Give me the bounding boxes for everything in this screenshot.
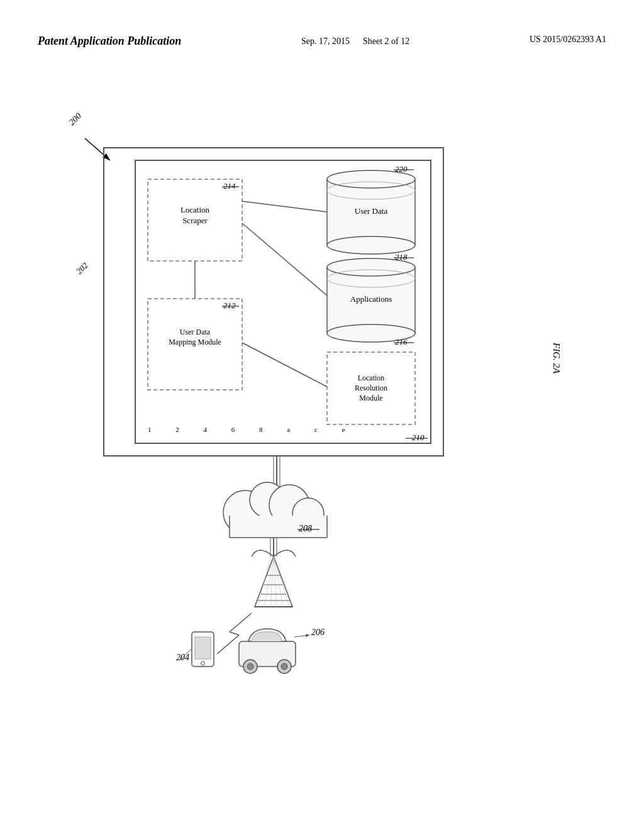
number-row: 1 2 4 6 8 a c e (148, 426, 356, 433)
fig-label: FIG. 2A (552, 342, 562, 374)
ref-200-arrow (85, 138, 110, 160)
ref-216-label: 216 (395, 337, 408, 346)
lightning-3 (217, 635, 239, 654)
ref-200-label: 200 (67, 111, 83, 127)
sheet-info: Sheet 2 of 12 (363, 36, 409, 46)
publication-title: Patent Application Publication (38, 35, 181, 48)
header-center-info: Sep. 17, 2015 Sheet 2 of 12 (301, 35, 409, 48)
mapping-label-1: User Data (180, 328, 211, 336)
ref-220-label: 220 (395, 164, 408, 174)
patent-number: US 2015/0262393 A1 (530, 35, 606, 45)
ref-206-arrow (294, 635, 309, 637)
ref-212-label: 212 (223, 301, 236, 310)
publication-date: Sep. 17, 2015 (301, 36, 350, 46)
resolution-label-3: Module (359, 394, 382, 402)
conn-mapping-resolution (242, 343, 327, 387)
patent-page: Patent Application Publication Sep. 17, … (0, 0, 644, 830)
svg-rect-23 (195, 637, 211, 659)
lightning-2 (230, 632, 239, 635)
svg-line-16 (258, 556, 270, 607)
applications-label: Applications (350, 294, 392, 304)
resolution-label-2: Resolution (355, 384, 387, 392)
page-header: Patent Application Publication Sep. 17, … (0, 35, 644, 48)
ref-206-label: 206 (311, 628, 325, 637)
scraper-label-1: Location (180, 205, 210, 214)
mobile-device-204 (192, 632, 214, 667)
mapping-label-2: Mapping Module (169, 338, 221, 346)
lightning-1 (230, 613, 252, 632)
vehicle-206 (239, 629, 296, 673)
ref-202-label: 202 (74, 260, 90, 276)
user-data-cylinder-bottom (327, 236, 415, 254)
svg-point-27 (247, 663, 253, 670)
ref-210-label: 210 (412, 433, 425, 442)
resolution-label-1: Location (358, 374, 385, 382)
diagram-area: 200 202 210 Location (38, 97, 606, 792)
tower-antenna (252, 550, 296, 607)
diagram-svg: 200 202 210 Location (38, 97, 579, 789)
svg-rect-6 (230, 516, 327, 538)
ref-218-label: 218 (395, 252, 408, 262)
scraper-label-2: Scraper (182, 216, 208, 225)
conn-scraper-userdata (242, 201, 327, 212)
svg-point-29 (281, 663, 287, 670)
conn-scraper-apps (242, 223, 327, 296)
ref-208-label: 208 (299, 524, 312, 533)
user-data-label: User Data (355, 206, 388, 216)
ref-214-label: 214 (223, 181, 236, 191)
